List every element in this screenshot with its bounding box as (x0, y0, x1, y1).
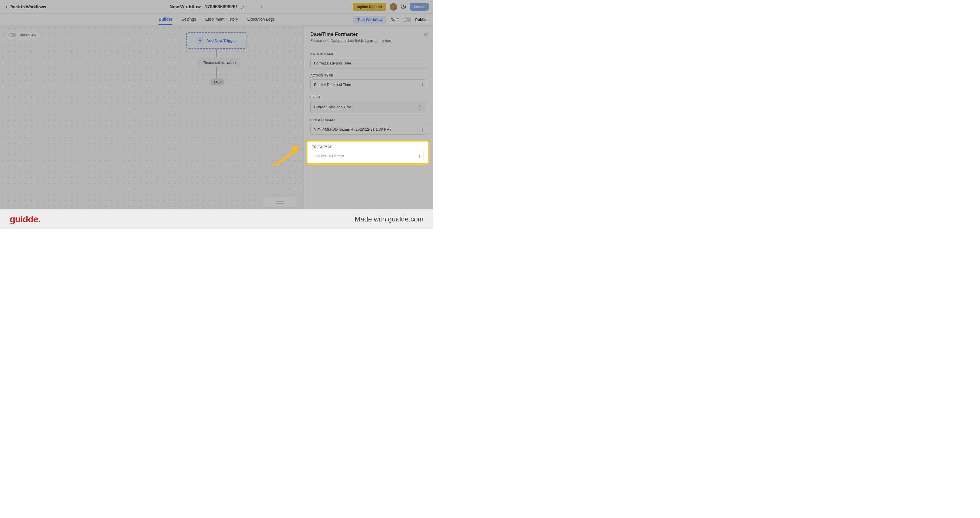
stats-label: Stats View (19, 33, 36, 37)
panel-subtitle: Format and Compare date fields Learn mor… (310, 38, 427, 43)
to-format-label: TO FORMAT (312, 145, 424, 148)
chevron-updown-icon: ▴▾ (422, 128, 423, 131)
guidde-logo: guidde. (10, 214, 40, 225)
annotation-arrow (272, 142, 306, 168)
from-format-label: FROM FORMAT (310, 118, 427, 122)
from-format-select[interactable]: YYYY-MM-DD hh:mm A (2023-12-21 1:30 PM) … (310, 124, 427, 135)
tab-builder[interactable]: Builder (159, 14, 172, 25)
action-name-label: ACTION NAME (310, 52, 427, 56)
footer-attribution: Made with guidde.com (355, 215, 423, 223)
add-trigger-box[interactable]: + Add New Trigger (186, 32, 247, 49)
plus-icon: + (197, 37, 204, 44)
field-label: FIELD (310, 95, 427, 99)
action-type-select[interactable]: Format Date and Time ▴▾ (310, 79, 427, 90)
publish-toggle[interactable] (402, 17, 411, 22)
add-trigger-label: Add New Trigger (206, 38, 236, 43)
tab-settings[interactable]: Settings (182, 14, 196, 25)
menu-icon (276, 200, 284, 204)
tab-enrollment-history[interactable]: Enrollment History (205, 14, 238, 25)
avatar[interactable] (390, 3, 397, 11)
action-type-label: ACTION TYPE (310, 74, 427, 77)
saved-button[interactable]: Saved (410, 3, 429, 11)
draft-label: Draft (391, 17, 399, 22)
close-icon[interactable]: ✕ (423, 32, 428, 38)
chevron-updown-icon: ▴▾ (422, 83, 423, 87)
learn-more-link[interactable]: Learn more here (365, 38, 392, 43)
workflow-title: New Workflow : 1706636898261 (170, 4, 238, 10)
to-format-highlight: TO FORMAT Select To Format ▴▾ (306, 140, 430, 165)
end-node: END (211, 78, 224, 85)
footer: guidde. Made with guidde.com (0, 210, 433, 229)
publish-label: Publish (415, 17, 429, 22)
field-select[interactable]: Current Date and Time ✕▾ (310, 101, 427, 113)
bolt-icon (259, 4, 264, 10)
back-to-workflows[interactable]: Back to Workflows (5, 5, 46, 9)
panel-title: Date/Time Formatter (310, 32, 427, 37)
test-workflow-button[interactable]: Test Workflow (353, 16, 387, 24)
history-icon[interactable] (401, 4, 406, 10)
side-panel: Date/Time Formatter Format and Compare d… (304, 26, 433, 210)
stats-view-toggle[interactable]: Stats View (6, 31, 40, 39)
canvas-controls[interactable] (264, 196, 297, 207)
back-label: Back to Workflows (10, 5, 46, 9)
workflow-canvas[interactable]: Stats View + Add New Trigger Please sele… (0, 26, 304, 210)
chevron-down-icon: ▾ (418, 108, 423, 110)
stats-toggle-switch[interactable] (8, 33, 16, 37)
support-button[interactable]: topline Support (353, 3, 386, 11)
tab-execution-logs[interactable]: Execution Logs (247, 14, 275, 25)
pencil-icon[interactable] (241, 5, 245, 9)
to-format-select[interactable]: Select To Format ▴▾ (312, 151, 424, 161)
chevron-left-icon (5, 5, 9, 9)
select-action-node[interactable]: Please select action (198, 58, 240, 67)
action-name-input[interactable] (310, 58, 427, 68)
chevron-updown-icon: ▴▾ (418, 154, 420, 158)
